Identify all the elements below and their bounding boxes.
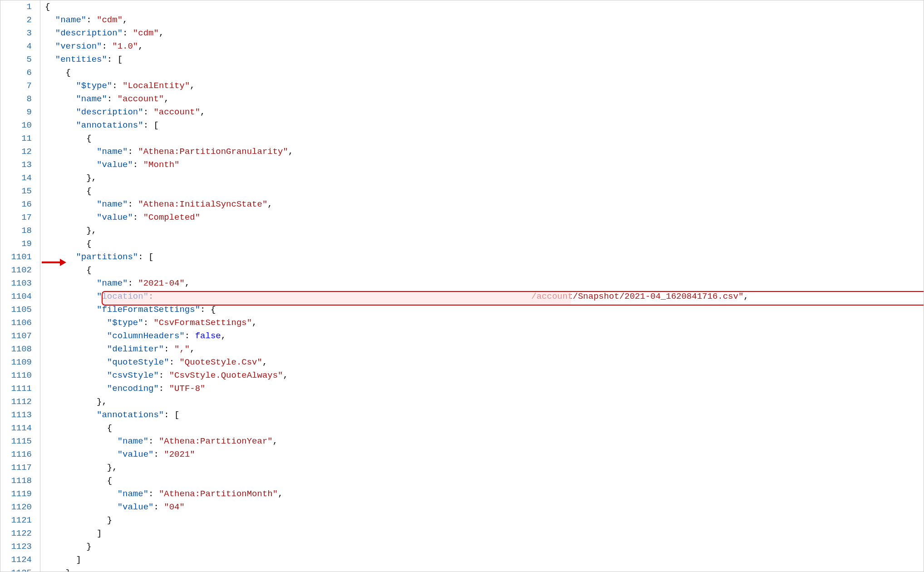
code-editor: 1234567891011121314151617181911011102110…: [0, 0, 924, 572]
line-number: 1120: [0, 501, 32, 514]
code-line: "$type": "CsvFormatSettings",: [45, 316, 924, 330]
code-line: "name": "Athena:PartitionYear",: [45, 435, 924, 448]
line-number: 11: [0, 132, 32, 145]
line-number: 1102: [0, 264, 32, 277]
code-line: "quoteStyle": "QuoteStyle.Csv",: [45, 356, 924, 369]
code-area[interactable]: { "name": "cdm", "description": "cdm", "…: [40, 0, 924, 572]
line-number: 8: [0, 93, 32, 106]
code-line: "partitions": [: [45, 251, 924, 264]
line-number: 13: [0, 158, 32, 172]
line-number: 16: [0, 198, 32, 211]
line-number: 14: [0, 172, 32, 185]
code-line: "value": "Completed": [45, 211, 924, 224]
code-line: "value": "04": [45, 501, 924, 514]
line-number: 1108: [0, 343, 32, 356]
line-number: 1112: [0, 395, 32, 409]
code-line: "annotations": [: [45, 409, 924, 422]
line-number: 1109: [0, 356, 32, 369]
code-line: {: [45, 474, 924, 488]
code-line: "csvStyle": "CsvStyle.QuoteAlways",: [45, 369, 924, 382]
line-number: 5: [0, 53, 32, 66]
line-number: 1116: [0, 448, 32, 461]
code-line: }: [45, 514, 924, 527]
line-number: 6: [0, 66, 32, 79]
line-number: 2: [0, 14, 32, 27]
code-line: "annotations": [: [45, 119, 924, 132]
line-number: 9: [0, 106, 32, 119]
line-number: 1104: [0, 290, 32, 303]
line-number: 1114: [0, 422, 32, 435]
code-line: "name": "2021-04",: [45, 277, 924, 290]
line-number: 1113: [0, 409, 32, 422]
line-number: 3: [0, 27, 32, 40]
code-line: "value": "2021": [45, 448, 924, 461]
line-number: 1103: [0, 277, 32, 290]
code-line: "location": /account/Snapshot/2021-04_16…: [45, 290, 924, 303]
code-line: },: [45, 224, 924, 237]
line-number: 4: [0, 40, 32, 53]
line-number: 18: [0, 224, 32, 237]
line-number-gutter: 1234567891011121314151617181911011102110…: [0, 0, 40, 572]
code-line: {: [45, 0, 924, 14]
line-number: 7: [0, 79, 32, 93]
line-number: 1110: [0, 369, 32, 382]
line-number: 1124: [0, 553, 32, 567]
line-number: 19: [0, 237, 32, 251]
code-line: {: [45, 185, 924, 198]
code-line: {: [45, 422, 924, 435]
code-line: {: [45, 264, 924, 277]
line-number: 1107: [0, 330, 32, 343]
line-number: 1118: [0, 474, 32, 488]
line-number: 1121: [0, 514, 32, 527]
code-line: "$type": "LocalEntity",: [45, 79, 924, 93]
line-number: 1123: [0, 540, 32, 553]
code-line: "name": "cdm",: [45, 14, 924, 27]
code-line: "entities": [: [45, 53, 924, 66]
code-line: },: [45, 461, 924, 474]
code-line: {: [45, 66, 924, 79]
line-number: 1111: [0, 382, 32, 395]
code-line: "name": "account",: [45, 93, 924, 106]
line-number: 10: [0, 119, 32, 132]
code-line: "encoding": "UTF-8": [45, 382, 924, 395]
code-line: "name": "Athena:InitialSyncState",: [45, 198, 924, 211]
line-number: 1101: [0, 251, 32, 264]
code-line: "columnHeaders": false,: [45, 330, 924, 343]
code-line: "name": "Athena:PartitionMonth",: [45, 488, 924, 501]
line-number: 1117: [0, 461, 32, 474]
code-line: "description": "cdm",: [45, 27, 924, 40]
code-line: "version": "1.0",: [45, 40, 924, 53]
code-line: {: [45, 237, 924, 251]
code-line: "fileFormatSettings": {: [45, 303, 924, 316]
code-line: "delimiter": ",",: [45, 343, 924, 356]
line-number: 1105: [0, 303, 32, 316]
line-number: 1115: [0, 435, 32, 448]
code-line: }: [45, 567, 924, 572]
code-line: {: [45, 132, 924, 145]
code-line: "name": "Athena:PartitionGranularity",: [45, 145, 924, 158]
code-line: "description": "account",: [45, 106, 924, 119]
line-number: 1119: [0, 488, 32, 501]
code-line: }: [45, 540, 924, 553]
line-number: 1106: [0, 316, 32, 330]
code-line: "value": "Month": [45, 158, 924, 172]
line-number: 12: [0, 145, 32, 158]
code-line: },: [45, 395, 924, 409]
code-line: },: [45, 172, 924, 185]
line-number: 15: [0, 185, 32, 198]
line-number: 1122: [0, 527, 32, 540]
line-number: 17: [0, 211, 32, 224]
code-line: ]: [45, 527, 924, 540]
line-number: 1125: [0, 567, 32, 572]
code-line: ]: [45, 553, 924, 567]
line-number: 1: [0, 0, 32, 14]
